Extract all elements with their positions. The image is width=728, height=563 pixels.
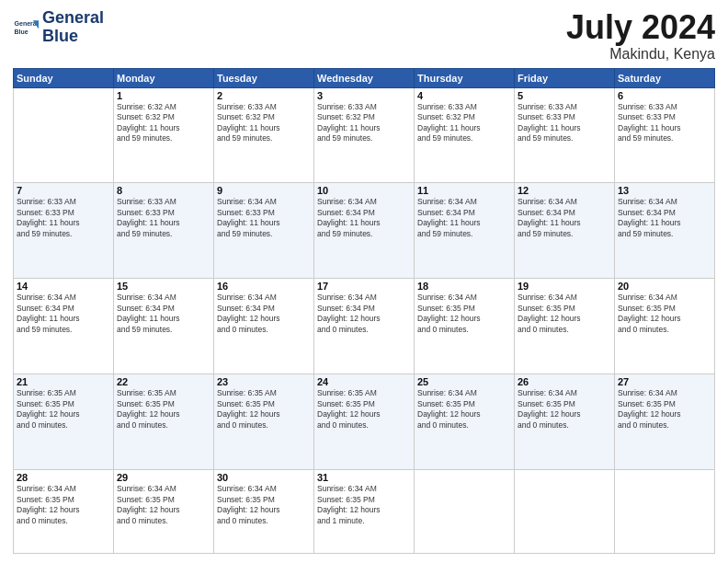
- calendar-week-row: 1Sunrise: 6:32 AMSunset: 6:32 PMDaylight…: [14, 87, 715, 183]
- day-info: Sunrise: 6:34 AMSunset: 6:34 PMDaylight:…: [417, 197, 511, 239]
- day-number: 23: [217, 376, 311, 387]
- calendar-day-cell: 31Sunrise: 6:34 AMSunset: 6:35 PMDayligh…: [314, 470, 415, 554]
- calendar-day-cell: 6Sunrise: 6:33 AMSunset: 6:33 PMDaylight…: [615, 87, 715, 183]
- day-number: 30: [217, 472, 311, 483]
- col-header-wednesday: Wednesday: [314, 68, 415, 87]
- calendar-day-cell: 15Sunrise: 6:34 AMSunset: 6:34 PMDayligh…: [114, 279, 214, 374]
- calendar-day-cell: 25Sunrise: 6:34 AMSunset: 6:35 PMDayligh…: [415, 374, 515, 470]
- calendar-day-cell: 22Sunrise: 6:35 AMSunset: 6:35 PMDayligh…: [114, 374, 214, 470]
- logo-icon: General Blue: [13, 15, 39, 40]
- day-info: Sunrise: 6:34 AMSunset: 6:34 PMDaylight:…: [317, 197, 411, 239]
- calendar-day-cell: 7Sunrise: 6:33 AMSunset: 6:33 PMDaylight…: [14, 183, 114, 279]
- day-info: Sunrise: 6:34 AMSunset: 6:34 PMDaylight:…: [317, 293, 411, 335]
- day-info: Sunrise: 6:34 AMSunset: 6:34 PMDaylight:…: [618, 197, 711, 239]
- day-info: Sunrise: 6:34 AMSunset: 6:34 PMDaylight:…: [518, 197, 611, 239]
- day-info: Sunrise: 6:33 AMSunset: 6:33 PMDaylight:…: [618, 102, 711, 144]
- day-number: 4: [417, 90, 511, 101]
- empty-cell: [515, 470, 615, 554]
- day-number: 24: [317, 376, 411, 387]
- day-info: Sunrise: 6:35 AMSunset: 6:35 PMDaylight:…: [117, 388, 210, 431]
- empty-cell: [615, 470, 715, 554]
- empty-cell: [415, 470, 515, 554]
- calendar-day-cell: 27Sunrise: 6:34 AMSunset: 6:35 PMDayligh…: [615, 374, 715, 470]
- day-info: Sunrise: 6:34 AMSunset: 6:34 PMDaylight:…: [17, 293, 110, 335]
- day-number: 22: [117, 376, 210, 387]
- day-number: 25: [417, 376, 511, 387]
- calendar-day-cell: 18Sunrise: 6:34 AMSunset: 6:35 PMDayligh…: [415, 279, 515, 374]
- day-number: 10: [317, 185, 411, 196]
- day-number: 3: [317, 90, 411, 101]
- calendar-week-row: 14Sunrise: 6:34 AMSunset: 6:34 PMDayligh…: [14, 279, 715, 374]
- calendar-day-cell: 3Sunrise: 6:33 AMSunset: 6:32 PMDaylight…: [314, 87, 415, 183]
- day-number: 6: [618, 90, 711, 101]
- calendar-day-cell: 24Sunrise: 6:35 AMSunset: 6:35 PMDayligh…: [314, 374, 415, 470]
- day-number: 27: [618, 376, 711, 387]
- day-info: Sunrise: 6:34 AMSunset: 6:34 PMDaylight:…: [117, 293, 210, 335]
- calendar-day-cell: 1Sunrise: 6:32 AMSunset: 6:32 PMDaylight…: [114, 87, 214, 183]
- calendar-day-cell: 28Sunrise: 6:34 AMSunset: 6:35 PMDayligh…: [14, 470, 114, 554]
- calendar-day-cell: 19Sunrise: 6:34 AMSunset: 6:35 PMDayligh…: [515, 279, 615, 374]
- day-number: 13: [618, 185, 711, 196]
- day-number: 12: [518, 185, 611, 196]
- location-title: Makindu, Kenya: [566, 46, 715, 63]
- day-info: Sunrise: 6:33 AMSunset: 6:33 PMDaylight:…: [518, 102, 611, 144]
- day-number: 17: [317, 281, 411, 292]
- day-info: Sunrise: 6:33 AMSunset: 6:32 PMDaylight:…: [317, 102, 411, 144]
- day-info: Sunrise: 6:33 AMSunset: 6:33 PMDaylight:…: [17, 197, 110, 239]
- day-info: Sunrise: 6:35 AMSunset: 6:35 PMDaylight:…: [317, 388, 411, 431]
- col-header-thursday: Thursday: [415, 68, 515, 87]
- day-info: Sunrise: 6:34 AMSunset: 6:35 PMDaylight:…: [217, 484, 311, 526]
- calendar-day-cell: 20Sunrise: 6:34 AMSunset: 6:35 PMDayligh…: [615, 279, 715, 374]
- day-number: 5: [518, 90, 611, 101]
- month-title: July 2024: [566, 9, 715, 46]
- day-number: 26: [518, 376, 611, 387]
- day-number: 16: [217, 281, 311, 292]
- calendar-day-cell: 5Sunrise: 6:33 AMSunset: 6:33 PMDaylight…: [515, 87, 615, 183]
- calendar-day-cell: 14Sunrise: 6:34 AMSunset: 6:34 PMDayligh…: [14, 279, 114, 374]
- day-number: 29: [117, 472, 210, 483]
- calendar-day-cell: 4Sunrise: 6:33 AMSunset: 6:32 PMDaylight…: [415, 87, 515, 183]
- day-info: Sunrise: 6:34 AMSunset: 6:34 PMDaylight:…: [217, 293, 311, 335]
- day-number: 1: [117, 90, 210, 101]
- svg-text:Blue: Blue: [15, 29, 28, 35]
- col-header-sunday: Sunday: [14, 68, 114, 87]
- calendar-day-cell: 2Sunrise: 6:33 AMSunset: 6:32 PMDaylight…: [214, 87, 314, 183]
- day-number: 20: [618, 281, 711, 292]
- calendar-header-row: SundayMondayTuesdayWednesdayThursdayFrid…: [14, 68, 715, 87]
- calendar-day-cell: 10Sunrise: 6:34 AMSunset: 6:34 PMDayligh…: [314, 183, 415, 279]
- day-number: 19: [518, 281, 611, 292]
- day-number: 11: [417, 185, 511, 196]
- empty-cell: [14, 87, 114, 183]
- day-info: Sunrise: 6:34 AMSunset: 6:33 PMDaylight:…: [217, 197, 311, 239]
- calendar-table: SundayMondayTuesdayWednesdayThursdayFrid…: [13, 68, 715, 554]
- calendar-day-cell: 13Sunrise: 6:34 AMSunset: 6:34 PMDayligh…: [615, 183, 715, 279]
- calendar-day-cell: 9Sunrise: 6:34 AMSunset: 6:33 PMDaylight…: [214, 183, 314, 279]
- day-number: 2: [217, 90, 311, 101]
- day-number: 31: [317, 472, 411, 483]
- day-info: Sunrise: 6:34 AMSunset: 6:35 PMDaylight:…: [618, 388, 711, 431]
- day-number: 28: [17, 472, 110, 483]
- calendar-day-cell: 21Sunrise: 6:35 AMSunset: 6:35 PMDayligh…: [14, 374, 114, 470]
- day-number: 15: [117, 281, 210, 292]
- day-info: Sunrise: 6:34 AMSunset: 6:35 PMDaylight:…: [518, 293, 611, 335]
- day-info: Sunrise: 6:33 AMSunset: 6:32 PMDaylight:…: [417, 102, 511, 144]
- calendar-week-row: 28Sunrise: 6:34 AMSunset: 6:35 PMDayligh…: [14, 470, 715, 554]
- calendar-day-cell: 26Sunrise: 6:34 AMSunset: 6:35 PMDayligh…: [515, 374, 615, 470]
- day-info: Sunrise: 6:32 AMSunset: 6:32 PMDaylight:…: [117, 102, 210, 144]
- calendar-day-cell: 16Sunrise: 6:34 AMSunset: 6:34 PMDayligh…: [214, 279, 314, 374]
- calendar-day-cell: 30Sunrise: 6:34 AMSunset: 6:35 PMDayligh…: [214, 470, 314, 554]
- calendar-day-cell: 8Sunrise: 6:33 AMSunset: 6:33 PMDaylight…: [114, 183, 214, 279]
- day-info: Sunrise: 6:34 AMSunset: 6:35 PMDaylight:…: [518, 388, 611, 431]
- svg-rect-0: [13, 15, 39, 40]
- day-info: Sunrise: 6:33 AMSunset: 6:33 PMDaylight:…: [117, 197, 210, 239]
- day-info: Sunrise: 6:34 AMSunset: 6:35 PMDaylight:…: [417, 293, 511, 335]
- col-header-monday: Monday: [114, 68, 214, 87]
- day-info: Sunrise: 6:34 AMSunset: 6:35 PMDaylight:…: [317, 484, 411, 526]
- day-info: Sunrise: 6:34 AMSunset: 6:35 PMDaylight:…: [117, 484, 210, 526]
- logo: General Blue General Blue: [13, 9, 104, 46]
- day-info: Sunrise: 6:35 AMSunset: 6:35 PMDaylight:…: [17, 388, 110, 431]
- day-info: Sunrise: 6:34 AMSunset: 6:35 PMDaylight:…: [17, 484, 110, 526]
- calendar-day-cell: 17Sunrise: 6:34 AMSunset: 6:34 PMDayligh…: [314, 279, 415, 374]
- header: General Blue General Blue July 2024 Maki…: [13, 9, 715, 63]
- day-info: Sunrise: 6:34 AMSunset: 6:35 PMDaylight:…: [417, 388, 511, 431]
